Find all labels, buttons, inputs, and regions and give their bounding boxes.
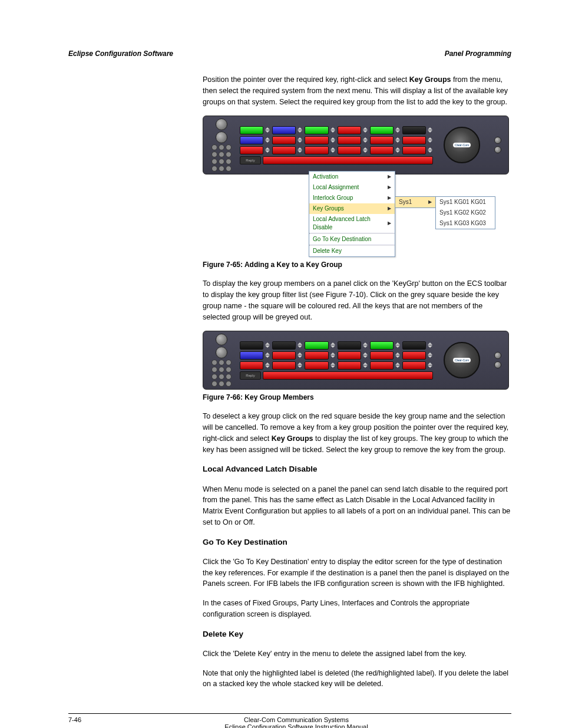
figure-caption: Figure 7-65: Adding a Key to a Key Group xyxy=(203,261,511,269)
chevron-right-icon: ▶ xyxy=(428,198,432,206)
body-paragraph: Note that only the highlighted label is … xyxy=(203,668,511,690)
panel-key[interactable] xyxy=(370,136,394,144)
panel-key[interactable] xyxy=(402,341,426,350)
rotary-knob[interactable] xyxy=(216,347,227,358)
reply-lcd[interactable] xyxy=(263,156,433,164)
panel-key[interactable] xyxy=(240,126,263,134)
panel-key[interactable] xyxy=(338,341,361,350)
menu-interlock-group[interactable]: Interlock Group▶ xyxy=(309,193,395,203)
panel-key[interactable] xyxy=(305,126,328,134)
context-menu: Activation▶ Local Assignment▶ Interlock … xyxy=(309,171,395,257)
menu-key-groups[interactable]: Key Groups▶ xyxy=(309,203,395,214)
rotary-knob[interactable] xyxy=(216,334,227,345)
footer-text: Clear-Com Communication Systems Eclipse … xyxy=(81,716,511,728)
chevron-right-icon: ▶ xyxy=(388,194,391,202)
keypad[interactable] xyxy=(210,360,233,387)
submenu-keygroups: Sys1 KG01 KG01 Sys1 KG02 KG02 Sys1 KG03 … xyxy=(435,196,495,229)
bold-text: Key Groups xyxy=(409,75,451,84)
panel-key[interactable] xyxy=(338,136,361,144)
panel-key[interactable] xyxy=(370,351,394,360)
menu-delete-key[interactable]: Delete Key xyxy=(309,246,395,256)
panel-key[interactable] xyxy=(402,126,426,134)
panel-key[interactable] xyxy=(402,351,426,360)
volume-knob[interactable] xyxy=(494,361,501,368)
section-heading: Go To Key Destination xyxy=(203,536,511,548)
page-header-subtitle: Panel Programming xyxy=(445,50,511,58)
rotary-knob[interactable] xyxy=(216,131,227,143)
panel-key[interactable] xyxy=(272,361,296,370)
text: Position the pointer over the required k… xyxy=(203,75,409,84)
submenu-kg01[interactable]: Sys1 KG01 KG01 xyxy=(436,197,495,207)
menu-go-to-key-destination[interactable]: Go To Key Destination xyxy=(309,234,395,245)
panel-key[interactable] xyxy=(272,146,296,154)
rotary-knob[interactable] xyxy=(216,118,227,130)
body-paragraph: Click the 'Go To Key Destination' entry … xyxy=(203,556,511,589)
submenu-system: Sys1▶ Sys1 KG01 KG01 Sys1 KG02 KG02 Sys1… xyxy=(395,196,436,208)
volume-knob[interactable] xyxy=(494,352,501,359)
panel-key[interactable] xyxy=(402,361,426,370)
menu-local-advanced-latch-disable[interactable]: Local Advanced Latch Disable▶ xyxy=(309,214,395,233)
panel-key[interactable] xyxy=(402,136,426,144)
panel-key[interactable] xyxy=(305,351,328,360)
panel-key[interactable] xyxy=(305,146,328,154)
volume-knob[interactable] xyxy=(494,146,501,153)
panel-key[interactable] xyxy=(370,126,394,134)
chevron-right-icon: ▶ xyxy=(388,183,391,192)
panel-key[interactable] xyxy=(370,146,394,154)
body-paragraph: Click the 'Delete Key' entry in the menu… xyxy=(203,648,511,660)
panel-key[interactable] xyxy=(305,361,328,370)
chevron-right-icon: ▶ xyxy=(388,205,391,213)
reply-button[interactable]: Reply xyxy=(240,156,261,164)
panel-key[interactable] xyxy=(272,341,296,350)
panel-key[interactable] xyxy=(338,126,361,134)
panel-key[interactable] xyxy=(240,341,263,350)
keypad[interactable] xyxy=(210,144,233,172)
submenu-kg03[interactable]: Sys1 KG03 KG03 xyxy=(436,218,495,229)
speaker-badge: Clear-Com xyxy=(453,358,471,363)
panel-key[interactable] xyxy=(272,136,296,144)
footer-divider xyxy=(68,713,511,714)
page-header-title: Eclipse Configuration Software xyxy=(68,50,173,58)
body-paragraph: To display the key group members on a pa… xyxy=(203,278,511,322)
panel-key[interactable] xyxy=(240,351,263,360)
panel-key[interactable] xyxy=(305,341,328,350)
body-paragraph: When Menu mode is selected on a panel th… xyxy=(203,484,511,528)
panel-key[interactable] xyxy=(272,126,296,134)
speaker-icon: Clear-Com xyxy=(444,127,480,163)
menu-activation[interactable]: Activation▶ xyxy=(309,172,395,182)
reply-button[interactable]: Reply xyxy=(240,371,261,380)
figure-panel-1: Reply Clear-Com Activation▶ Local Assign… xyxy=(203,116,509,257)
panel-key[interactable] xyxy=(402,146,426,154)
panel-key[interactable] xyxy=(240,361,263,370)
figure-caption: Figure 7-66: Key Group Members xyxy=(203,393,511,401)
speaker-badge: Clear-Com xyxy=(453,143,471,147)
panel-key[interactable] xyxy=(240,136,263,144)
panel-key[interactable] xyxy=(370,341,394,350)
volume-knob[interactable] xyxy=(494,137,501,144)
body-paragraph: Position the pointer over the required k… xyxy=(203,74,511,107)
body-paragraph: In the cases of Fixed Groups, Party Line… xyxy=(203,598,511,620)
submenu-sys1[interactable]: Sys1▶ xyxy=(395,197,435,207)
figure-panel-2: Reply Clear-Com xyxy=(203,331,509,390)
panel-key[interactable] xyxy=(338,146,361,154)
panel-key[interactable] xyxy=(305,136,328,144)
panel-key[interactable] xyxy=(240,146,263,154)
panel-key[interactable] xyxy=(272,351,296,360)
page-number: 7-46 xyxy=(68,716,81,728)
panel-key[interactable] xyxy=(338,351,361,360)
panel-key[interactable] xyxy=(370,361,394,370)
chevron-right-icon: ▶ xyxy=(388,173,391,181)
chevron-right-icon: ▶ xyxy=(388,219,391,228)
panel-key[interactable] xyxy=(338,361,361,370)
menu-local-assignment[interactable]: Local Assignment▶ xyxy=(309,182,395,193)
speaker-icon: Clear-Com xyxy=(444,342,480,378)
submenu-kg02[interactable]: Sys1 KG02 KG02 xyxy=(436,207,495,218)
section-heading: Delete Key xyxy=(203,628,511,640)
bold-text: Key Groups xyxy=(272,434,313,443)
body-paragraph: To deselect a key group click on the red… xyxy=(203,411,511,455)
section-heading: Local Advanced Latch Disable xyxy=(203,463,511,475)
reply-lcd[interactable] xyxy=(263,371,433,380)
